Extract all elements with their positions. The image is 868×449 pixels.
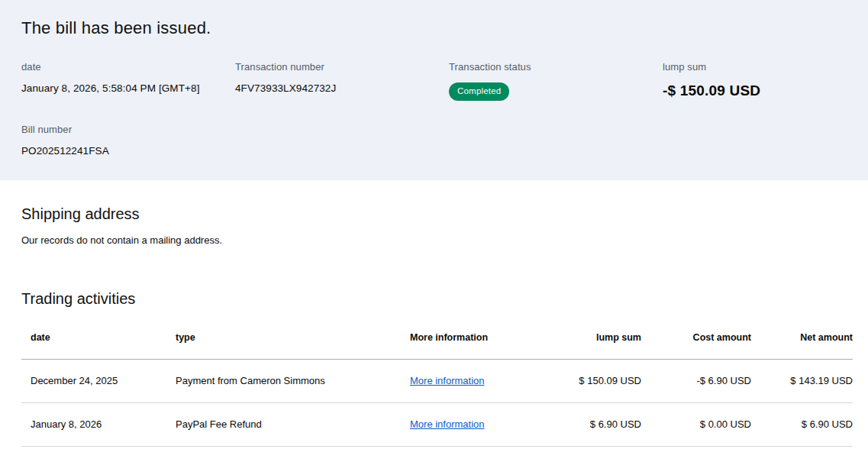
column-header-cost-amount: Cost amount	[641, 332, 751, 360]
column-header-more-information: More information	[401, 332, 553, 360]
date-field: date January 8, 2026, 5:58:04 PM [GMT+8]	[21, 61, 235, 101]
transaction-status-label: Transaction status	[449, 61, 663, 73]
table-row: December 24, 2025 Payment from Cameron S…	[21, 360, 853, 403]
transaction-number-label: Transaction number	[235, 61, 449, 73]
cell-lump-sum: $ 6.90 USD	[553, 403, 641, 447]
status-badge: Completed	[449, 82, 509, 101]
cell-date: January 8, 2026	[21, 403, 166, 447]
cell-more-information: More information	[401, 360, 553, 403]
cell-date: December 24, 2025	[21, 360, 166, 403]
trading-activities-title: Trading activities	[21, 289, 853, 308]
column-header-date: date	[21, 332, 166, 360]
bill-number-label: Bill number	[21, 124, 235, 135]
cell-cost-amount: -$ 6.90 USD	[641, 360, 751, 403]
more-information-link[interactable]: More information	[410, 375, 485, 386]
lump-sum-field: lump sum -$ 150.09 USD	[663, 61, 853, 101]
cell-type: PayPal Fee Refund	[166, 403, 401, 447]
shipping-address-title: Shipping address	[21, 205, 853, 223]
page-title: The bill has been issued.	[21, 18, 853, 38]
table-row: January 8, 2026 PayPal Fee Refund More i…	[21, 403, 853, 447]
cell-cost-amount: $ 0.00 USD	[641, 403, 751, 447]
cell-more-information: More information	[401, 403, 553, 447]
lump-sum-label: lump sum	[663, 61, 853, 73]
lump-sum-value: -$ 150.09 USD	[663, 82, 853, 99]
cell-lump-sum: $ 150.09 USD	[553, 360, 641, 403]
date-label: date	[21, 61, 235, 73]
column-header-type: type	[166, 332, 401, 360]
cell-type: Payment from Cameron Simmons	[166, 360, 401, 403]
column-header-lump-sum: lump sum	[553, 332, 641, 360]
cell-net-amount: $ 6.90 USD	[751, 403, 853, 447]
date-value: January 8, 2026, 5:58:04 PM [GMT+8]	[21, 82, 235, 94]
transaction-number-field: Transaction number 4FV73933LX942732J	[235, 61, 449, 101]
bill-summary-panel: The bill has been issued. date January 8…	[0, 0, 868, 180]
transaction-number-value: 4FV73933LX942732J	[235, 82, 449, 94]
more-information-link[interactable]: More information	[410, 418, 485, 430]
trading-activities-table: date type More information lump sum Cost…	[21, 332, 853, 447]
shipping-address-message: Our records do not contain a mailing add…	[21, 235, 853, 245]
trading-activities-section: Trading activities date type More inform…	[0, 245, 868, 447]
summary-fields: date January 8, 2026, 5:58:04 PM [GMT+8]…	[21, 61, 853, 157]
column-header-net-amount: Net amount	[751, 332, 853, 360]
table-header-row: date type More information lump sum Cost…	[21, 332, 853, 360]
transaction-status-field: Transaction status Completed	[449, 61, 663, 101]
shipping-address-section: Shipping address Our records do not cont…	[0, 180, 868, 245]
bill-number-field: Bill number PO202512241FSA	[21, 124, 235, 157]
cell-net-amount: $ 143.19 USD	[751, 360, 853, 403]
bill-number-value: PO202512241FSA	[21, 145, 235, 157]
